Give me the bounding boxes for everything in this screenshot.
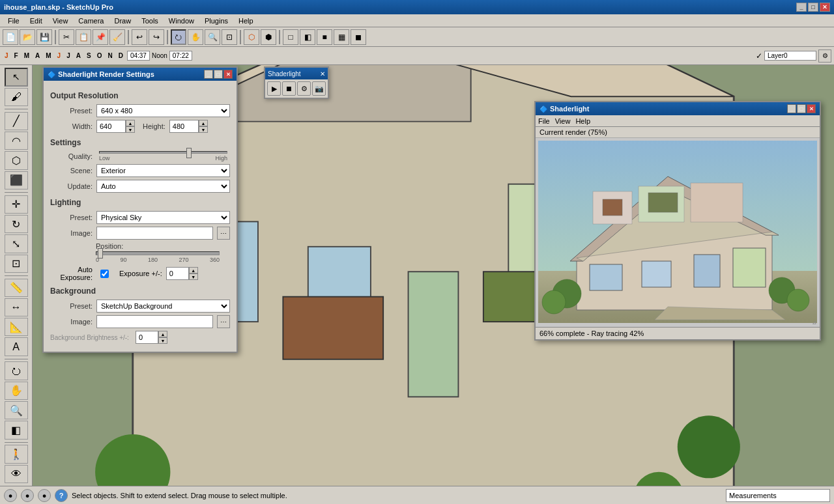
bg-brightness-up[interactable]: ▲ bbox=[158, 331, 167, 337]
status-icon-1[interactable]: ● bbox=[4, 489, 17, 502]
month-O[interactable]: O bbox=[95, 51, 104, 60]
lighting-preset-select[interactable]: Physical Sky HDR Image Artificial No Lig… bbox=[96, 211, 230, 224]
orbit-tool[interactable]: ⭮ bbox=[5, 361, 28, 380]
render-button[interactable]: ⬡ bbox=[244, 29, 259, 45]
browse-button[interactable]: ⋯ bbox=[217, 227, 230, 240]
month-J[interactable]: J bbox=[3, 51, 10, 60]
open-button[interactable]: 📂 bbox=[20, 29, 35, 45]
dialog-controls[interactable]: _ □ ✕ bbox=[204, 70, 233, 79]
rw-minimize[interactable]: _ bbox=[787, 104, 796, 113]
height-up[interactable]: ▲ bbox=[199, 120, 208, 126]
resize-handle[interactable]: ⊿ bbox=[812, 319, 818, 326]
rw-title-bar[interactable]: 🔷 Shaderlight _ □ ✕ bbox=[536, 102, 820, 115]
menu-tools[interactable]: Tools bbox=[136, 16, 164, 26]
pan-button[interactable]: ✋ bbox=[188, 29, 203, 45]
close-button[interactable]: ✕ bbox=[820, 3, 830, 12]
erase-button[interactable]: 🧹 bbox=[109, 29, 125, 45]
sl-camera-button[interactable]: 📷 bbox=[312, 81, 326, 96]
position-slider[interactable] bbox=[96, 251, 220, 255]
line-tool[interactable]: ╱ bbox=[5, 112, 28, 130]
month-N[interactable]: N bbox=[106, 51, 114, 60]
render2-button[interactable]: ⬢ bbox=[261, 29, 276, 45]
select-tool[interactable]: ↖ bbox=[5, 68, 28, 87]
width-down[interactable]: ▼ bbox=[126, 126, 135, 133]
zoom-tool[interactable]: 🔍 bbox=[5, 401, 28, 419]
rw-menu-file[interactable]: File bbox=[538, 117, 550, 125]
move-tool[interactable]: ✛ bbox=[5, 195, 28, 214]
hidden-button[interactable]: ◧ bbox=[300, 29, 315, 45]
mono-button[interactable]: ◼ bbox=[351, 29, 366, 45]
layer-select[interactable]: Layer0 bbox=[764, 51, 816, 61]
auto-exposure-checkbox[interactable] bbox=[100, 270, 109, 278]
paste-button[interactable]: 📌 bbox=[93, 29, 108, 45]
wireframe-button[interactable]: □ bbox=[283, 29, 298, 45]
exposure-input[interactable] bbox=[166, 267, 189, 280]
sl-pause-button[interactable]: ⏹ bbox=[282, 81, 296, 96]
sl-close[interactable]: ✕ bbox=[320, 70, 325, 77]
dialog-close[interactable]: ✕ bbox=[223, 70, 233, 79]
height-down[interactable]: ▼ bbox=[199, 126, 208, 133]
tape-tool[interactable]: 📏 bbox=[5, 279, 28, 297]
protractor-tool[interactable]: 📐 bbox=[5, 318, 28, 336]
text-tool[interactable]: A bbox=[5, 337, 28, 356]
sl-play-button[interactable]: ▶ bbox=[267, 81, 281, 96]
exposure-down[interactable]: ▼ bbox=[189, 273, 198, 280]
minimize-button[interactable]: _ bbox=[796, 3, 807, 12]
rotate-tool[interactable]: ↻ bbox=[5, 215, 28, 233]
bg-browse-button[interactable]: ⋯ bbox=[217, 315, 230, 328]
menu-edit[interactable]: Edit bbox=[25, 16, 48, 26]
dialog-minimize[interactable]: _ bbox=[204, 70, 213, 79]
quality-thumb[interactable] bbox=[186, 148, 192, 158]
paint-tool[interactable]: 🖌 bbox=[5, 88, 28, 106]
time-start[interactable]: 04:37 bbox=[127, 51, 150, 61]
sl-title-bar[interactable]: Shaderlight ✕ bbox=[265, 68, 328, 79]
zoomfit-button[interactable]: ⊡ bbox=[222, 29, 237, 45]
rw-close[interactable]: ✕ bbox=[807, 104, 816, 113]
textured-button[interactable]: ▦ bbox=[334, 29, 349, 45]
maximize-button[interactable]: □ bbox=[808, 3, 818, 12]
push-tool[interactable]: ⬛ bbox=[5, 171, 28, 189]
title-bar-controls[interactable]: _ □ ✕ bbox=[796, 3, 830, 12]
menu-camera[interactable]: Camera bbox=[73, 16, 109, 26]
position-thumb[interactable] bbox=[98, 248, 103, 259]
walk-tool[interactable]: 🚶 bbox=[5, 445, 28, 463]
exposure-up[interactable]: ▲ bbox=[189, 267, 198, 273]
menu-window[interactable]: Window bbox=[164, 16, 199, 26]
dim-tool[interactable]: ↔ bbox=[5, 298, 28, 316]
status-icon-2[interactable]: ● bbox=[21, 489, 34, 502]
bg-brightness-input[interactable] bbox=[136, 331, 158, 344]
month-A2[interactable]: A bbox=[74, 51, 83, 60]
section-tool[interactable]: ◧ bbox=[5, 421, 28, 439]
month-J3[interactable]: J bbox=[65, 51, 72, 60]
menu-file[interactable]: File bbox=[3, 16, 25, 26]
shape-tool[interactable]: ⬡ bbox=[5, 151, 28, 169]
resolution-preset-select[interactable]: 640 x 480 800 x 600 1024 x 768 1280 x 72… bbox=[96, 104, 230, 117]
month-S[interactable]: S bbox=[85, 51, 93, 60]
width-input[interactable]: 640 bbox=[96, 120, 126, 133]
menu-help[interactable]: Help bbox=[233, 16, 259, 26]
bg-preset-select[interactable]: SketchUp Background Solid Color HDR Imag… bbox=[96, 300, 230, 313]
width-up[interactable]: ▲ bbox=[126, 120, 135, 126]
arc-tool[interactable]: ◠ bbox=[5, 132, 28, 150]
menu-plugins[interactable]: Plugins bbox=[199, 16, 233, 26]
rw-controls[interactable]: _ □ ✕ bbox=[787, 104, 816, 113]
status-icon-3[interactable]: ● bbox=[38, 489, 51, 502]
sl-settings-button[interactable]: ⚙ bbox=[297, 81, 311, 96]
undo-button[interactable]: ↩ bbox=[132, 29, 147, 45]
offset-tool[interactable]: ⊡ bbox=[5, 255, 28, 273]
bg-image-input[interactable] bbox=[96, 315, 213, 328]
month-F[interactable]: F bbox=[12, 51, 20, 60]
month-M2[interactable]: M bbox=[44, 51, 53, 60]
scene-select[interactable]: Exterior Interior Custom bbox=[96, 164, 230, 177]
new-button[interactable]: 📄 bbox=[3, 29, 18, 45]
quality-slider[interactable] bbox=[99, 151, 227, 154]
help-icon[interactable]: ? bbox=[55, 489, 68, 502]
height-input[interactable]: 480 bbox=[169, 120, 199, 133]
month-D[interactable]: D bbox=[117, 51, 125, 60]
redo-button[interactable]: ↪ bbox=[149, 29, 164, 45]
time-end[interactable]: 07:22 bbox=[169, 51, 192, 61]
month-A[interactable]: A bbox=[33, 51, 42, 60]
month-M[interactable]: M bbox=[22, 51, 31, 60]
shaded-button[interactable]: ■ bbox=[317, 29, 332, 45]
zoom-button[interactable]: 🔍 bbox=[205, 29, 220, 45]
